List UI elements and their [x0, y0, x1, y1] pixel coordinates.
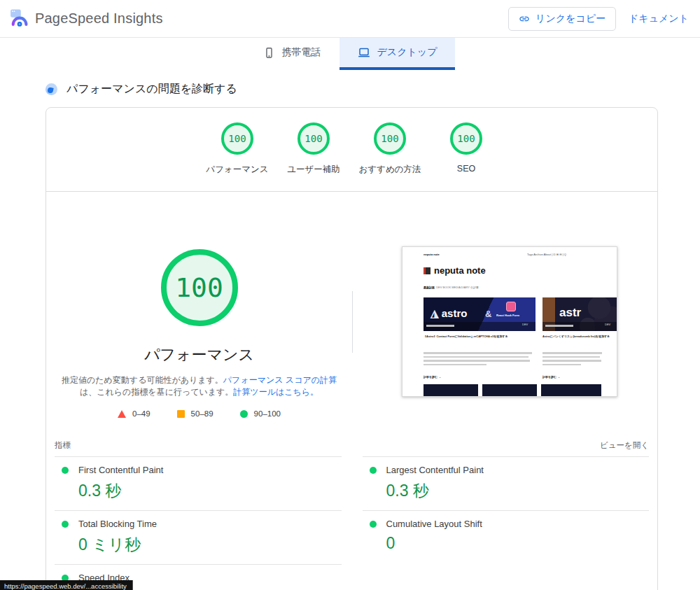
- gauge-seo[interactable]: 100 SEO: [434, 122, 498, 176]
- thumb-card4-image: [482, 384, 537, 397]
- legend-pass-range: 90–100: [254, 409, 281, 418]
- metrics-grid: First Contentful Paint 0.3 秒 Total Block…: [55, 456, 649, 590]
- metrics-header: 指標 ビューを開く: [55, 440, 649, 451]
- gauge-accessibility-score: 100: [298, 122, 330, 155]
- thumb-site-title: neputa note: [434, 265, 486, 276]
- legend-fail: 0–49: [118, 409, 150, 418]
- thumb-card2-read-link: 記事を読む →: [542, 375, 560, 379]
- summary-columns: 100 パフォーマンス 推定値のため変動する可能性があります。パフォーマンス ス…: [46, 192, 657, 433]
- metrics-column-right: Largest Contentful Paint 0.3 秒 Cumulativ…: [363, 456, 650, 590]
- metric-fcp-name: First Contentful Paint: [78, 465, 163, 475]
- thumb-astro-logo: ◮ astro: [430, 307, 467, 320]
- metric-cls-value: 0: [386, 534, 650, 553]
- copy-link-button[interactable]: リンクをコピー: [508, 7, 616, 31]
- gauge-seo-label: SEO: [457, 164, 475, 174]
- tab-mobile-label: 携帯電話: [282, 46, 321, 59]
- metric-tbt-name: Total Blocking Time: [78, 519, 157, 529]
- metric-cls: Cumulative Layout Shift 0: [363, 510, 650, 561]
- thumb-ampersand: &: [485, 309, 491, 319]
- metric-tbt-value: 0 ミリ秒: [78, 534, 342, 556]
- pass-dot-icon: [62, 521, 69, 528]
- gauge-accessibility-label: ユーザー補助: [287, 164, 340, 176]
- gauge-accessibility[interactable]: 100 ユーザー補助: [281, 122, 346, 176]
- link-icon: [519, 13, 530, 24]
- legend-average-range: 50–89: [191, 409, 214, 418]
- thumb-react-hook-form-icon: [506, 302, 516, 311]
- report-card: 100 パフォーマンス 100 ユーザー補助 100 おすすめの方法 100 S…: [46, 107, 658, 590]
- metrics-title: 指標: [55, 440, 71, 451]
- tab-mobile[interactable]: 携帯電話: [245, 38, 340, 70]
- gauge-best-practices-label: おすすめの方法: [359, 164, 421, 176]
- tab-desktop[interactable]: デスクトップ: [340, 38, 456, 70]
- metric-cls-name: Cumulative Layout Shift: [386, 519, 482, 529]
- gauge-best-practices-score: 100: [374, 122, 406, 155]
- app-logo: PageSpeed Insights: [10, 9, 163, 28]
- metric-lcp-value: 0.3 秒: [386, 480, 650, 502]
- thumb-card2-image: astr DEV: [542, 297, 617, 331]
- thumb-react-hook-form-label: React Hook Form: [496, 314, 519, 317]
- metric-lcp: Largest Contentful Paint 0.3 秒: [363, 456, 650, 510]
- thumb-card2-title: Astroにパンくずリスト(breadcrumb list)を追加する: [542, 335, 617, 339]
- gauge-performance-label: パフォーマンス: [206, 164, 268, 176]
- gauge-best-practices[interactable]: 100 おすすめの方法: [358, 122, 422, 176]
- thumb-card1-image: ◮ astro & React Hook Form DEV: [424, 297, 536, 331]
- category-gauges-row: 100 パフォーマンス 100 ユーザー補助 100 おすすめの方法 100 S…: [46, 108, 657, 176]
- mobile-phone-icon: [263, 47, 275, 59]
- metric-fcp-value: 0.3 秒: [78, 480, 342, 502]
- metric-lcp-name: Largest Contentful Paint: [386, 465, 484, 475]
- disclaimer-text-1: 推定値のため変動する可能性があります。: [62, 375, 223, 385]
- diagnose-heading-row: パフォーマンスの問題を診断する: [46, 82, 700, 97]
- desktop-icon: [358, 46, 370, 59]
- score-disclaimer: 推定値のため変動する可能性があります。パフォーマンス スコアの計算は、これらの指…: [58, 374, 341, 398]
- thumb-card5-image: [541, 384, 601, 397]
- legend-fail-range: 0–49: [132, 409, 150, 418]
- thumb-card1-title: 【Astro】Contact FormにValidationとreCAPTCHA…: [424, 335, 536, 339]
- score-calc-link[interactable]: パフォーマンス スコアの計算: [223, 375, 337, 385]
- score-legend: 0–49 50–89 90–100: [118, 409, 281, 418]
- thumb-mini-header: neputa note: [424, 253, 440, 256]
- thumb-card2-description: [542, 352, 604, 367]
- open-view-link[interactable]: ビューを開く: [600, 440, 649, 451]
- gauge-seo-score: 100: [450, 122, 482, 155]
- gauge-performance-score: 100: [221, 122, 253, 155]
- legend-average: 50–89: [177, 409, 214, 418]
- insights-icon: [46, 83, 57, 95]
- metric-tbt: Total Blocking Time 0 ミリ秒: [55, 510, 342, 564]
- performance-score-label: パフォーマンス: [144, 344, 254, 365]
- pass-dot-icon: [370, 521, 377, 528]
- thumb-card3-image: [424, 384, 478, 397]
- pagespeed-logo-icon: [10, 9, 29, 28]
- gauge-performance[interactable]: 100 パフォーマンス: [205, 122, 270, 176]
- copy-link-label: リンクをコピー: [536, 13, 606, 25]
- metrics-column-left: First Contentful Paint 0.3 秒 Total Block…: [55, 456, 342, 590]
- performance-summary: 100 パフォーマンス 推定値のため変動する可能性があります。パフォーマンス ス…: [46, 192, 352, 418]
- thumb-site-nav: 最新記事 DEV BOOK MEDIA DIARY 全記事: [424, 286, 479, 290]
- average-square-icon: [177, 410, 185, 418]
- pass-dot-icon: [370, 467, 377, 474]
- diagnose-heading: パフォーマンスの問題を診断する: [66, 82, 237, 97]
- page-screenshot-thumbnail: neputa note Tags Archive About | ⊡ ⊞ ⊟ |…: [402, 246, 617, 397]
- legend-pass: 90–100: [240, 409, 281, 418]
- thumb-astro-logo-2: astr: [559, 306, 581, 320]
- app-header: PageSpeed Insights リンクをコピー ドキュメント: [0, 0, 700, 38]
- thumb-card2-meta-strip: DEV: [542, 322, 617, 331]
- thumb-card1-read-link: 記事を読む →: [424, 375, 441, 379]
- pass-dot-icon: [62, 467, 69, 474]
- disclaimer-text-2: は、これらの指標を基に行っています。: [80, 387, 233, 397]
- thumb-card1-description: [424, 352, 534, 367]
- columns-divider: [352, 291, 353, 353]
- browser-status-bar: https://pagespeed.web.dev/...accessibili…: [0, 580, 133, 590]
- documentation-link[interactable]: ドキュメント: [629, 13, 689, 25]
- metric-fcp: First Contentful Paint 0.3 秒: [55, 456, 342, 510]
- thumb-site-logo-icon: [424, 267, 430, 274]
- thumb-card1-meta-strip: DEV: [424, 322, 536, 331]
- pass-circle-icon: [240, 410, 248, 418]
- fail-triangle-icon: [118, 410, 126, 418]
- tab-desktop-label: デスクトップ: [377, 46, 438, 59]
- device-tabbar: 携帯電話 デスクトップ: [0, 38, 700, 70]
- calculator-link[interactable]: 計算ツールはこちら。: [233, 387, 318, 397]
- page-title: PageSpeed Insights: [35, 10, 163, 27]
- thumb-mini-nav: Tags Archive About | ⊡ ⊞ ⊟ | Q: [527, 253, 566, 256]
- performance-score-gauge: 100: [161, 249, 238, 326]
